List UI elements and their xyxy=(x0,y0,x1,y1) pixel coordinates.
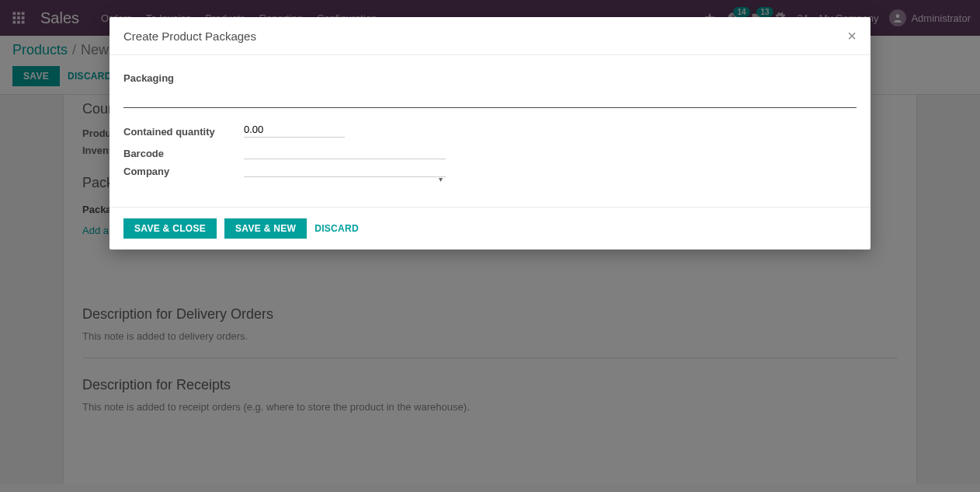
save-close-button[interactable]: SAVE & CLOSE xyxy=(123,218,217,239)
company-label: Company xyxy=(123,166,244,177)
close-icon[interactable]: × xyxy=(847,28,857,44)
company-select[interactable]: ▾ xyxy=(244,173,446,177)
qty-row: Contained quantity xyxy=(123,122,857,138)
modal-title: Create Product Packages xyxy=(123,30,256,43)
qty-input[interactable] xyxy=(244,122,345,138)
modal-body: Packaging Contained quantity Barcode Com… xyxy=(109,55,871,207)
save-new-button[interactable]: SAVE & NEW xyxy=(224,218,307,239)
barcode-row: Barcode xyxy=(123,144,857,159)
packaging-label: Packaging xyxy=(123,72,857,84)
modal-discard-button[interactable]: DISCARD xyxy=(315,223,359,234)
modal-footer: SAVE & CLOSE SAVE & NEW DISCARD xyxy=(109,207,871,249)
barcode-input[interactable] xyxy=(244,144,446,159)
create-packages-modal: Create Product Packages × Packaging Cont… xyxy=(109,17,871,249)
packaging-input[interactable] xyxy=(123,89,857,108)
modal-header: Create Product Packages × xyxy=(109,17,871,55)
packaging-field: Packaging xyxy=(123,72,857,108)
qty-label: Contained quantity xyxy=(123,126,244,138)
chevron-down-icon: ▾ xyxy=(439,175,443,183)
company-row: Company ▾ xyxy=(123,166,857,177)
barcode-label: Barcode xyxy=(123,148,244,159)
